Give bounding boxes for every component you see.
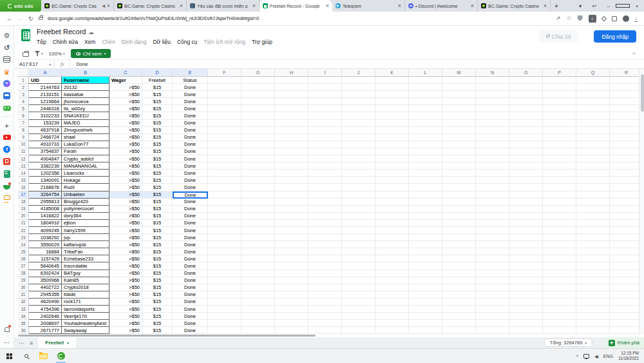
menu-chỉnh-sửa[interactable]: Chỉnh sửa	[53, 39, 78, 45]
cell-K27[interactable]	[375, 262, 409, 270]
cell-J35[interactable]	[342, 320, 375, 327]
cell-E8[interactable]: Done	[173, 127, 208, 134]
cell-K17[interactable]	[375, 191, 409, 199]
cell-H11[interactable]	[275, 148, 308, 155]
cell-F29[interactable]	[208, 277, 242, 284]
cell-R22[interactable]	[610, 227, 639, 234]
cell-H14[interactable]	[275, 170, 308, 177]
row-header-34[interactable]: 34	[18, 313, 29, 320]
cell-E23[interactable]: Done	[173, 234, 208, 241]
cell-A20[interactable]: 1416822	[29, 213, 62, 220]
cell-G8[interactable]	[242, 127, 275, 134]
cell-I6[interactable]	[308, 112, 342, 119]
cell-E24[interactable]: Done	[173, 241, 208, 248]
cell-M23[interactable]	[442, 234, 476, 241]
row-header-8[interactable]: 8	[18, 127, 29, 134]
browser-tab-6[interactable]: • Discord | #welcome×	[405, 0, 478, 12]
cell-H7[interactable]	[275, 120, 308, 127]
bookmark-star-icon[interactable]: ☆	[566, 15, 571, 21]
cell-K4[interactable]	[375, 98, 409, 105]
cell-A4[interactable]: 1219664	[29, 98, 62, 105]
cell-N16[interactable]	[476, 184, 509, 191]
cell-B6[interactable]: SNA1KEDJ	[62, 112, 109, 119]
cell-R28[interactable]	[610, 270, 639, 277]
cell-P17[interactable]	[543, 191, 576, 199]
horizontal-scrollbar-thumb[interactable]	[18, 335, 316, 337]
cell-M25[interactable]	[442, 248, 476, 255]
row-header-32[interactable]: 32	[18, 299, 29, 306]
cell-K3[interactable]	[375, 91, 409, 98]
all-sheets-menu-icon[interactable]: ≡	[30, 340, 33, 346]
cell-R31[interactable]	[610, 291, 639, 299]
cell-R11[interactable]	[610, 148, 639, 155]
cell-M34[interactable]	[442, 313, 476, 320]
cell-L6[interactable]	[409, 112, 442, 119]
cell-H26[interactable]	[275, 255, 308, 262]
cell-F34[interactable]	[208, 313, 242, 320]
back-button[interactable]: ←	[6, 15, 12, 22]
cell-Q28[interactable]	[576, 270, 610, 277]
cell-M24[interactable]	[442, 241, 476, 248]
column-header-K[interactable]: K	[375, 69, 409, 77]
cell-F18[interactable]	[208, 199, 242, 206]
cell-C33[interactable]: >$50	[109, 306, 142, 313]
cell-G10[interactable]	[242, 141, 275, 148]
cell-Q22[interactable]	[576, 227, 610, 234]
cell-N10[interactable]	[476, 141, 509, 148]
cell-L18[interactable]	[409, 199, 442, 206]
cell-J29[interactable]	[342, 277, 375, 284]
menu-trợ-giúp[interactable]: Trợ giúp	[252, 39, 272, 45]
cell-B2[interactable]: 20132	[62, 84, 109, 91]
row-header-24[interactable]: 24	[18, 241, 29, 248]
row-header-28[interactable]: 28	[18, 270, 29, 277]
cell-D20[interactable]: $15	[142, 213, 173, 220]
cell-A29[interactable]: 3509966	[29, 277, 62, 284]
cell-H33[interactable]	[275, 306, 308, 313]
cell-O23[interactable]	[509, 234, 543, 241]
row-header-17[interactable]: 17	[18, 191, 29, 199]
cell-G33[interactable]	[242, 306, 275, 313]
cell-A14[interactable]: 1202356	[29, 170, 62, 177]
cell-N25[interactable]	[476, 248, 509, 255]
cell-C12[interactable]: >$50	[109, 155, 142, 162]
cell-H8[interactable]	[275, 127, 308, 134]
vertical-scrollbar-thumb[interactable]	[641, 74, 644, 112]
vertical-scrollbar[interactable]	[639, 69, 644, 335]
cell-L14[interactable]	[409, 170, 442, 177]
menu-công-cụ[interactable]: Công cụ	[177, 39, 198, 45]
cell-M3[interactable]	[442, 91, 476, 98]
cell-B27[interactable]: Inscrutable	[62, 262, 109, 270]
cell-G11[interactable]	[242, 148, 275, 155]
cell-K1[interactable]	[375, 77, 409, 84]
row-header-23[interactable]: 23	[18, 234, 29, 241]
tab-close-icon[interactable]: ×	[398, 3, 401, 9]
cell-A34[interactable]: 2402646	[29, 313, 62, 320]
cell-O1[interactable]	[509, 77, 543, 84]
cell-G31[interactable]	[242, 291, 275, 299]
cell-I25[interactable]	[308, 248, 342, 255]
cell-O26[interactable]	[509, 255, 543, 262]
tab-close-icon[interactable]: ×	[252, 3, 256, 9]
column-header-F[interactable]: F	[208, 69, 242, 77]
cell-C34[interactable]: >$50	[109, 313, 142, 320]
cell-B31[interactable]: blade	[62, 291, 109, 299]
cell-K35[interactable]	[375, 320, 409, 327]
cell-N15[interactable]	[476, 177, 509, 184]
cell-O8[interactable]	[509, 127, 543, 134]
cell-K30[interactable]	[375, 284, 409, 291]
signin-button[interactable]: Đăng nhập	[594, 30, 636, 43]
cell-J13[interactable]	[342, 162, 375, 170]
cell-J7[interactable]	[342, 120, 375, 127]
cell-E19[interactable]: Done	[173, 206, 208, 213]
cell-B18[interactable]: Bnuggz420	[62, 199, 109, 206]
cell-Q9[interactable]	[576, 134, 610, 141]
cell-K20[interactable]	[375, 213, 409, 220]
cell-M11[interactable]	[442, 148, 476, 155]
row-header-1[interactable]: 1	[18, 77, 29, 84]
cell-A9[interactable]: 2466724	[29, 134, 62, 141]
cell-H35[interactable]	[275, 320, 308, 327]
cell-N2[interactable]	[476, 84, 509, 91]
cell-A13[interactable]: 3382239	[29, 162, 62, 170]
cell-I9[interactable]	[308, 134, 342, 141]
row-header-25[interactable]: 25	[18, 248, 29, 255]
